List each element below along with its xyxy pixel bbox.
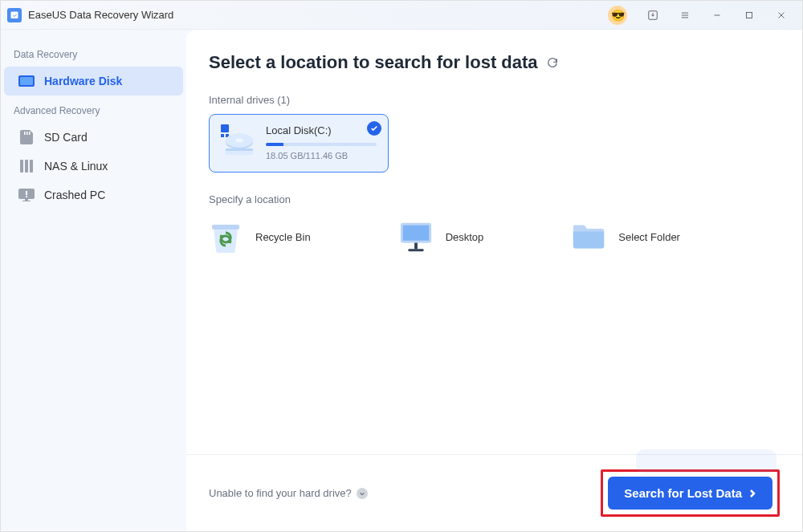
chevron-right-icon	[748, 489, 756, 497]
hard-drive-icon	[221, 124, 255, 158]
svg-rect-17	[30, 160, 33, 173]
locations-row: Recycle Bin Desktop	[209, 220, 780, 254]
refresh-icon[interactable]	[546, 56, 559, 69]
svg-rect-22	[26, 196, 27, 197]
nas-server-icon	[18, 160, 35, 173]
titlebar: EaseUS Data Recovery Wizard 😎	[1, 1, 802, 30]
menu-icon[interactable]	[671, 4, 699, 26]
titlebar-left: EaseUS Data Recovery Wizard	[7, 8, 173, 22]
svg-rect-7	[747, 12, 752, 18]
maximize-button[interactable]	[735, 4, 764, 26]
search-for-lost-data-button[interactable]: Search for Lost Data	[608, 477, 772, 510]
page-title: Select a location to search for lost dat…	[209, 52, 538, 73]
sidebar-item-label: NAS & Linux	[44, 160, 108, 173]
main-panel: Select a location to search for lost dat…	[186, 30, 802, 531]
svg-rect-31	[212, 225, 239, 229]
specify-location-label: Specify a location	[209, 193, 780, 205]
location-recycle-bin[interactable]: Recycle Bin	[209, 220, 311, 254]
drive-stats: 18.05 GB/111.46 GB	[266, 151, 377, 160]
sidebar-section-advanced-recovery: Advanced Recovery	[1, 95, 186, 123]
sidebar: Data Recovery Hardware Disk Advanced Rec…	[1, 30, 186, 531]
titlebar-right: 😎	[608, 4, 796, 26]
svg-rect-30	[226, 148, 253, 151]
sidebar-item-label: SD Card	[44, 131, 88, 144]
location-desktop[interactable]: Desktop	[399, 220, 484, 254]
sidebar-item-crashed-pc[interactable]: Crashed PC	[4, 181, 183, 209]
svg-rect-16	[25, 160, 28, 173]
user-avatar-icon[interactable]: 😎	[608, 6, 627, 25]
location-label: Select Folder	[618, 231, 680, 243]
main-container: Data Recovery Hardware Disk Advanced Rec…	[1, 30, 802, 531]
desktop-icon	[399, 220, 433, 254]
svg-rect-21	[26, 191, 27, 195]
svg-rect-23	[221, 124, 229, 132]
svg-rect-20	[22, 201, 31, 201]
sidebar-item-label: Crashed PC	[44, 189, 105, 201]
sidebar-item-label: Hardware Disk	[44, 75, 122, 87]
crashed-pc-icon	[18, 189, 35, 201]
svg-rect-24	[221, 134, 224, 137]
internal-drives-label: Internal drives (1)	[209, 94, 780, 106]
drive-info: Local Disk(C:) 18.05 GB/111.46 GB	[266, 124, 377, 160]
minimize-button[interactable]	[703, 4, 732, 26]
location-label: Recycle Bin	[255, 231, 311, 243]
footer: Unable to find your hard drive? Search f…	[186, 454, 802, 531]
download-icon[interactable]	[638, 4, 667, 26]
search-button-label: Search for Lost Data	[624, 486, 742, 500]
drive-card-local-disk-c[interactable]: Local Disk(C:) 18.05 GB/111.46 GB	[209, 114, 389, 173]
sd-card-icon	[18, 131, 35, 144]
svg-rect-12	[24, 132, 26, 135]
search-button-highlight: Search for Lost Data	[601, 469, 780, 517]
folder-icon	[572, 220, 605, 254]
app-logo-icon	[7, 8, 22, 22]
footer-hint[interactable]: Unable to find your hard drive?	[209, 487, 368, 499]
hint-text: Unable to find your hard drive?	[209, 487, 352, 499]
svg-point-28	[235, 139, 243, 143]
location-select-folder[interactable]: Select Folder	[572, 220, 680, 254]
sidebar-item-hardware-disk[interactable]: Hardware Disk	[4, 67, 183, 95]
svg-rect-19	[25, 199, 28, 201]
svg-rect-14	[29, 132, 31, 135]
svg-rect-15	[20, 160, 23, 173]
app-title: EaseUS Data Recovery Wizard	[28, 9, 173, 21]
sidebar-item-sd-card[interactable]: SD Card	[4, 123, 183, 152]
drive-usage-bar	[266, 143, 377, 146]
chevron-down-icon	[357, 488, 368, 499]
hardware-disk-icon	[18, 75, 35, 87]
sidebar-section-data-recovery: Data Recovery	[1, 39, 186, 67]
svg-rect-33	[402, 225, 428, 241]
svg-rect-35	[408, 249, 423, 251]
svg-rect-1	[11, 11, 18, 14]
drive-name: Local Disk(C:)	[266, 124, 377, 136]
svg-rect-13	[26, 132, 28, 135]
location-label: Desktop	[446, 231, 484, 243]
sidebar-item-nas-linux[interactable]: NAS & Linux	[4, 152, 183, 181]
recycle-bin-icon	[209, 220, 243, 254]
selected-check-icon	[367, 121, 381, 136]
svg-rect-34	[414, 243, 418, 250]
svg-rect-11	[20, 77, 33, 85]
svg-rect-0	[11, 13, 18, 18]
close-button[interactable]	[767, 4, 796, 26]
